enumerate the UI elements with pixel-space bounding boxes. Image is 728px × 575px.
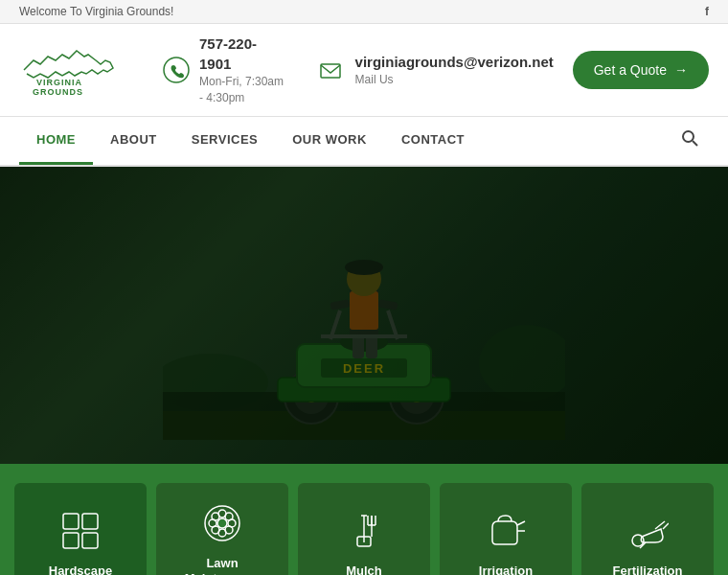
contact-info: 757-220-1901 Mon-Fri, 7:30am - 4:30pm vi…	[163, 34, 554, 106]
services-strip: Hardscape Lawn Maintenance	[0, 464, 728, 575]
email-text: virginiagrounds@verizon.net Mail Us	[355, 52, 554, 88]
hardscape-label: Hardscape	[49, 564, 112, 575]
irrigation-icon	[483, 508, 529, 554]
svg-point-43	[212, 526, 219, 534]
top-bar: Welcome To Virginia Grounds! f	[0, 0, 728, 24]
search-icon[interactable]	[671, 119, 709, 162]
header: VIRGINIA GROUNDS 757-220-1901 Mon-Fri, 7…	[0, 24, 728, 117]
phone-text: 757-220-1901 Mon-Fri, 7:30am - 4:30pm	[199, 34, 286, 106]
svg-rect-33	[82, 514, 98, 529]
email-label: Mail Us	[355, 72, 554, 88]
svg-rect-34	[63, 533, 79, 548]
nav-our-work[interactable]: OUR WORK	[275, 117, 384, 165]
hero-section: DEER	[0, 167, 728, 464]
quote-arrow: →	[674, 62, 688, 78]
svg-text:VIRGINIA: VIRGINIA	[36, 78, 82, 87]
svg-point-4	[683, 131, 694, 142]
service-irrigation[interactable]: Irrigation	[440, 483, 572, 575]
svg-line-5	[693, 141, 697, 146]
svg-rect-32	[63, 514, 79, 529]
main-nav: HOME ABOUT SERVICES OUR WORK CONTACT	[0, 117, 728, 167]
service-lawn[interactable]: Lawn Maintenance	[156, 483, 288, 575]
service-fertilization[interactable]: Fertilization	[581, 483, 714, 575]
phone-number: 757-220-1901	[199, 34, 286, 74]
quote-label: Get a Quote	[594, 62, 667, 78]
svg-rect-35	[82, 533, 98, 548]
nav-contact[interactable]: CONTACT	[384, 117, 482, 165]
hardscape-icon	[57, 508, 103, 554]
svg-line-58	[663, 523, 669, 529]
lawn-label: Lawn Maintenance	[185, 556, 261, 575]
service-hardscape[interactable]: Hardscape	[14, 483, 147, 575]
nav-services[interactable]: SERVICES	[174, 117, 276, 165]
service-mulch[interactable]: Mulch	[298, 483, 430, 575]
svg-point-44	[225, 526, 233, 534]
fertilization-label: Fertilization	[613, 564, 683, 575]
phone-contact: 757-220-1901 Mon-Fri, 7:30am - 4:30pm	[163, 34, 286, 106]
hero-overlay	[0, 167, 728, 464]
svg-point-2	[164, 58, 189, 82]
svg-rect-3	[321, 64, 340, 78]
nav-home[interactable]: HOME	[19, 117, 93, 165]
email-icon	[315, 55, 346, 85]
fertilization-icon	[625, 508, 671, 554]
svg-point-41	[212, 513, 219, 520]
facebook-icon[interactable]: f	[705, 5, 709, 18]
email-contact: virginiagrounds@verizon.net Mail Us	[315, 52, 554, 88]
email-address: virginiagrounds@verizon.net	[355, 52, 554, 72]
phone-icon	[163, 55, 190, 85]
nav-items: HOME ABOUT SERVICES OUR WORK CONTACT	[19, 117, 671, 165]
phone-hours: Mon-Fri, 7:30am - 4:30pm	[199, 74, 286, 106]
welcome-text: Welcome To Virginia Grounds!	[19, 5, 173, 18]
mulch-label: Mulch	[346, 564, 382, 575]
svg-point-42	[225, 513, 233, 520]
quote-button[interactable]: Get a Quote →	[573, 51, 709, 89]
irrigation-label: Irrigation	[479, 564, 533, 575]
svg-text:GROUNDS: GROUNDS	[33, 87, 83, 96]
svg-line-54	[517, 521, 525, 525]
nav-about[interactable]: ABOUT	[93, 117, 174, 165]
logo[interactable]: VIRGINIA GROUNDS	[19, 43, 144, 96]
lawn-icon	[199, 500, 245, 546]
svg-point-45	[217, 518, 227, 528]
mulch-icon	[341, 508, 387, 554]
